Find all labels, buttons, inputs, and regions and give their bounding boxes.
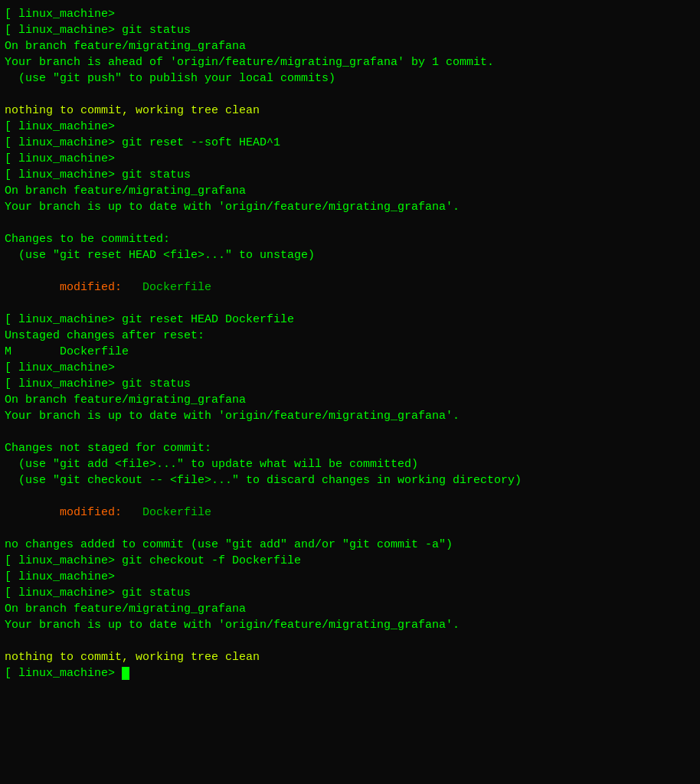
terminal-line: nothing to commit, working tree clean <box>5 103 695 119</box>
terminal-line: [ linux_machine> git status <box>5 167 695 183</box>
empty-line <box>5 488 695 505</box>
empty-line <box>5 424 695 440</box>
terminal-line: Your branch is up to date with 'origin/f… <box>5 408 695 424</box>
terminal-line: [ linux_machine> git status <box>5 376 695 392</box>
terminal-line: [ linux_machine> <box>5 665 695 681</box>
terminal-line: Changes to be committed: <box>5 231 695 247</box>
terminal-line: Your branch is up to date with 'origin/f… <box>5 617 695 633</box>
terminal-line: no changes added to commit (use "git add… <box>5 537 695 553</box>
terminal-line: Unstaged changes after reset: <box>5 328 695 344</box>
terminal-line: nothing to commit, working tree clean <box>5 649 695 665</box>
terminal-line: [ linux_machine> git reset HEAD Dockerfi… <box>5 312 695 328</box>
terminal-line: [ linux_machine> <box>5 119 695 135</box>
terminal-line: On branch feature/migrating_grafana <box>5 38 695 54</box>
empty-line <box>5 87 695 103</box>
terminal-line: On branch feature/migrating_grafana <box>5 392 695 408</box>
terminal-line: On branch feature/migrating_grafana <box>5 183 695 199</box>
terminal-line: [ linux_machine> git status <box>5 22 695 38</box>
terminal-line: modified: Dockerfile <box>5 279 695 296</box>
terminal-line: On branch feature/migrating_grafana <box>5 601 695 617</box>
terminal-line: [ linux_machine> <box>5 569 695 585</box>
terminal-line: [ linux_machine> <box>5 6 695 22</box>
terminal-line: M Dockerfile <box>5 344 695 360</box>
terminal-line: (use "git add <file>..." to update what … <box>5 456 695 472</box>
terminal-line: Changes not staged for commit: <box>5 440 695 456</box>
terminal-line: modified: Dockerfile <box>5 505 695 521</box>
terminal: [ linux_machine>[ linux_machine> git sta… <box>5 6 695 784</box>
terminal-line: Your branch is ahead of 'origin/feature/… <box>5 54 695 70</box>
terminal-cursor <box>122 667 129 680</box>
terminal-line: [ linux_machine> git reset --soft HEAD^1 <box>5 135 695 151</box>
empty-line <box>5 633 695 649</box>
terminal-line: (use "git checkout -- <file>..." to disc… <box>5 472 695 488</box>
empty-line <box>5 215 695 231</box>
terminal-line: [ linux_machine> git status <box>5 585 695 601</box>
terminal-line: (use "git reset HEAD <file>..." to unsta… <box>5 247 695 263</box>
terminal-line: Your branch is up to date with 'origin/f… <box>5 199 695 215</box>
terminal-line: [ linux_machine> git checkout -f Dockerf… <box>5 553 695 569</box>
empty-line <box>5 521 695 537</box>
terminal-line: [ linux_machine> <box>5 151 695 167</box>
terminal-line: [ linux_machine> <box>5 360 695 376</box>
terminal-line: (use "git push" to publish your local co… <box>5 70 695 87</box>
empty-line <box>5 263 695 279</box>
empty-line <box>5 296 695 312</box>
